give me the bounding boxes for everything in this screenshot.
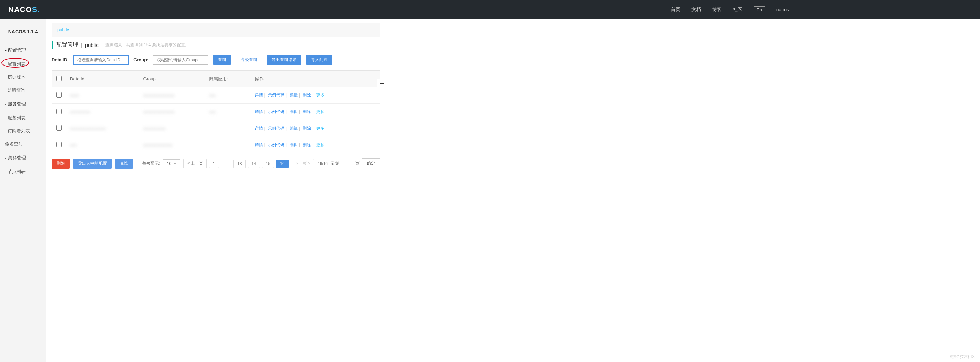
action-sample[interactable]: 示例代码: [268, 142, 285, 147]
search-bar: Data ID: Group: 查询 高级查询 导出查询结果 导入配置: [52, 55, 380, 65]
nav-docs[interactable]: 文档: [692, 6, 701, 13]
col-dataid: Data Id: [66, 71, 139, 87]
query-button[interactable]: 查询: [213, 55, 231, 65]
action-edit[interactable]: 编辑: [290, 109, 298, 114]
row-checkbox[interactable]: [56, 125, 62, 131]
lang-switch[interactable]: En: [754, 6, 765, 13]
action-delete[interactable]: 删除: [303, 109, 311, 114]
goto-input[interactable]: [342, 159, 353, 168]
cell-actions: 详情| 示例代码| 编辑| 删除| 更多: [251, 120, 380, 137]
page-total: 16/16: [318, 161, 328, 166]
page-14[interactable]: 14: [248, 159, 260, 168]
goto-confirm-button[interactable]: 确定: [361, 158, 380, 169]
table-row: xxxxxxxxxxxxxxxx xxxxxxxxxx 详情| 示例代码| 编辑…: [52, 120, 380, 137]
header-nav: 首页 文档 博客 社区 En nacos: [671, 6, 789, 13]
import-config-button[interactable]: 导入配置: [306, 55, 332, 65]
page-15[interactable]: 15: [262, 159, 274, 168]
select-all-checkbox[interactable]: [56, 75, 62, 81]
title-bar: 配置管理 | public 查询结果：共查询到 154 条满足要求的配置。: [52, 41, 380, 49]
action-edit[interactable]: 编辑: [290, 93, 298, 97]
sidebar-group-service[interactable]: 服务管理: [0, 97, 46, 112]
action-detail[interactable]: 详情: [255, 93, 263, 97]
page-13[interactable]: 13: [233, 159, 245, 168]
pagination: < 上一页 1 ··· 13 14 15 16 下一页 >: [183, 159, 314, 168]
goto-label: 到第: [331, 161, 339, 166]
top-header: NACOS. 首页 文档 博客 社区 En nacos: [0, 0, 980, 19]
page-size-select[interactable]: 10: [163, 159, 180, 168]
page-ellipsis: ···: [221, 160, 231, 167]
action-more[interactable]: 更多: [316, 93, 325, 97]
goto-suffix: 页: [355, 161, 360, 166]
group-label: Group:: [134, 57, 148, 62]
col-app: 归属应用:: [205, 71, 250, 87]
watermark: ©掘金技术社区: [950, 354, 975, 359]
logo: NACOS.: [8, 5, 40, 14]
action-delete[interactable]: 删除: [303, 93, 311, 97]
page-size-label: 每页显示:: [142, 161, 160, 166]
add-config-button[interactable]: +: [377, 79, 387, 89]
row-checkbox[interactable]: [56, 108, 62, 114]
action-detail[interactable]: 详情: [255, 126, 263, 131]
nav-blog[interactable]: 博客: [712, 6, 722, 13]
cell-dataid: xxx: [70, 142, 77, 148]
sidebar: NACOS 1.1.4 配置管理 配置列表 历史版本 监听查询 服务管理 服务列…: [0, 19, 46, 362]
action-more[interactable]: 更多: [316, 142, 325, 147]
page-1[interactable]: 1: [209, 159, 219, 168]
action-more[interactable]: 更多: [316, 126, 325, 131]
prev-page-button[interactable]: < 上一页: [183, 159, 207, 168]
action-delete[interactable]: 删除: [303, 142, 311, 147]
namespace-tab-public[interactable]: public: [57, 27, 69, 32]
cell-group: xxxxxxxxxx: [143, 126, 166, 131]
cell-group: xxxxxxxxxxxxx: [143, 142, 173, 148]
action-detail[interactable]: 详情: [255, 109, 263, 114]
action-edit[interactable]: 编辑: [290, 142, 298, 147]
table-row: xxxxxxxxx xxxxxxxxxxxxxx xxx 详情| 示例代码| 编…: [52, 104, 380, 120]
nav-community[interactable]: 社区: [733, 6, 743, 13]
cell-dataid: xxxxxxxxxxxxxxxx: [70, 126, 106, 131]
sidebar-version: NACOS 1.1.4: [0, 19, 46, 43]
result-stats: 查询结果：共查询到 154 条满足要求的配置。: [105, 42, 189, 48]
cell-group: xxxxxxxxxxxxxx: [143, 109, 175, 115]
action-sample[interactable]: 示例代码: [268, 109, 285, 114]
cell-actions: 详情| 示例代码| 编辑| 删除| 更多: [251, 87, 380, 104]
main-content: public 配置管理 | public 查询结果：共查询到 154 条满足要求…: [46, 19, 386, 362]
plus-icon: +: [380, 79, 384, 88]
sidebar-item-node-list[interactable]: 节点列表: [0, 165, 46, 178]
group-input[interactable]: [153, 55, 208, 65]
cell-app: xxx: [209, 93, 216, 98]
sidebar-item-listen[interactable]: 监听查询: [0, 84, 46, 97]
dataid-input[interactable]: [73, 55, 129, 65]
action-sample[interactable]: 示例代码: [268, 126, 285, 131]
sidebar-item-subscriber[interactable]: 订阅者列表: [0, 124, 46, 137]
table-row: xxx xxxxxxxxxxxxx 详情| 示例代码| 编辑| 删除| 更多: [52, 137, 380, 153]
action-delete[interactable]: 删除: [303, 126, 311, 131]
cell-group: xxxxxxxxxxxxxx: [143, 93, 175, 98]
cell-actions: 详情| 示例代码| 编辑| 删除| 更多: [251, 104, 380, 120]
sidebar-item-history[interactable]: 历史版本: [0, 71, 46, 84]
action-sample[interactable]: 示例代码: [268, 93, 285, 97]
sidebar-item-config-list[interactable]: 配置列表: [0, 57, 46, 71]
clone-button[interactable]: 克隆: [115, 159, 133, 169]
cell-dataid: xxxx: [70, 93, 79, 98]
page-16[interactable]: 16: [276, 159, 288, 168]
delete-button[interactable]: 删除: [52, 159, 70, 169]
row-checkbox[interactable]: [56, 142, 62, 147]
advanced-query-button[interactable]: 高级查询: [236, 55, 262, 65]
table-row: xxxx xxxxxxxxxxxxxx xxx 详情| 示例代码| 编辑| 删除…: [52, 87, 380, 104]
sidebar-group-cluster[interactable]: 集群管理: [0, 151, 46, 165]
export-results-button[interactable]: 导出查询结果: [267, 55, 301, 65]
row-checkbox[interactable]: [56, 92, 62, 97]
dataid-label: Data ID:: [52, 57, 68, 62]
action-detail[interactable]: 详情: [255, 142, 263, 147]
nav-home[interactable]: 首页: [671, 6, 681, 13]
cell-dataid: xxxxxxxxx: [70, 109, 90, 115]
col-actions: 操作: [251, 71, 380, 87]
export-selected-button[interactable]: 导出选中的配置: [73, 159, 112, 169]
user-name[interactable]: nacos: [776, 7, 789, 13]
action-more[interactable]: 更多: [316, 109, 325, 114]
cell-actions: 详情| 示例代码| 编辑| 删除| 更多: [251, 137, 380, 153]
sidebar-item-namespace[interactable]: 命名空间: [0, 137, 46, 151]
action-edit[interactable]: 编辑: [290, 126, 298, 131]
sidebar-group-config[interactable]: 配置管理: [0, 43, 46, 57]
sidebar-item-service-list[interactable]: 服务列表: [0, 112, 46, 124]
